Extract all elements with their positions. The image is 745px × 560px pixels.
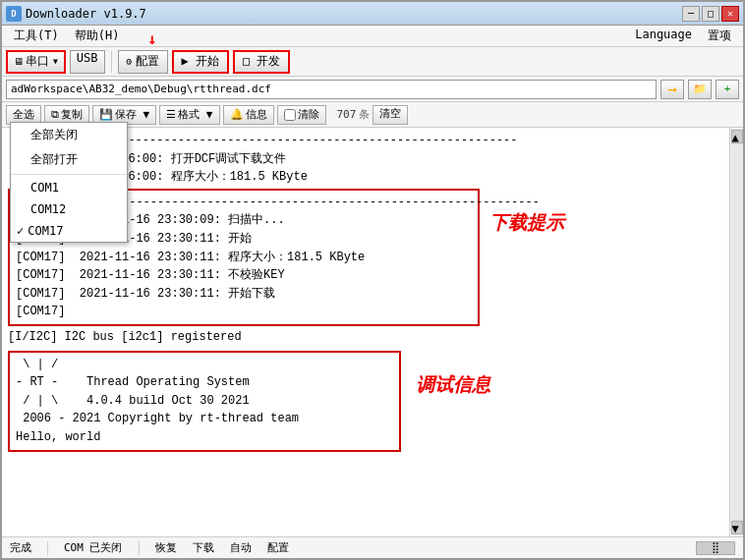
dropdown-close-all[interactable]: 全部关闭 — [11, 123, 127, 147]
check-icon: ✓ — [17, 224, 24, 238]
copy-label: 复制 — [61, 107, 83, 122]
info-icon: 🔔 — [230, 108, 244, 121]
dropdown-com12[interactable]: COM12 — [11, 198, 127, 220]
title-bar: D Downloader v1.9.7 ─ □ ✕ — [2, 2, 743, 26]
scroll-track — [731, 143, 743, 521]
dev-button[interactable]: □ 开发 — [233, 50, 290, 74]
menu-bar: 工具(T) 帮助(H) Language 置项 — [2, 26, 743, 47]
i2c-line: [I/I2C] I2C bus [i2c1] registered — [8, 328, 723, 347]
recover-label: 恢复 — [155, 540, 177, 555]
dropdown-open-all[interactable]: 全部打开 — [11, 147, 127, 172]
info-button[interactable]: 🔔 信息 — [223, 105, 274, 125]
clear-all-button[interactable]: 清空 — [372, 105, 408, 125]
config-status: 配置 — [267, 540, 289, 555]
maximize-button[interactable]: □ — [702, 6, 719, 22]
language-button[interactable]: Language — [635, 28, 692, 44]
config-button[interactable]: ⚙ 配置 — [118, 50, 168, 74]
com17-begin-dl: [COM17] 2021-11-16 23:30:11: 开始下载 — [16, 285, 472, 304]
tools-menu[interactable]: 工具(T) — [6, 26, 67, 46]
toolbar: ↓ 🖥 串口 ▼ USB ⚙ 配置 ▶ 开始 □ 开发 全部关闭 全部打开 CO… — [2, 47, 743, 77]
info-label: 信息 — [246, 107, 267, 122]
menu-right: Language 置项 — [635, 28, 739, 44]
help-menu[interactable]: 帮助(H) — [67, 26, 128, 46]
usb-button[interactable]: USB — [70, 50, 105, 74]
rt-line1: \ | / — [16, 356, 393, 374]
debug-annotation: 调试信息 — [416, 370, 490, 399]
dev-label: □ 开发 — [243, 53, 280, 70]
scroll-up-button[interactable]: ▲ — [731, 130, 743, 143]
save-icon: 💾 — [99, 108, 113, 121]
com17-label: COM17 — [28, 224, 63, 238]
port-dropdown: 全部关闭 全部打开 COM1 COM12 ✓ COM17 — [10, 122, 128, 243]
address-go-button[interactable]: → — [660, 80, 684, 99]
status-bar: 完成 COM 已关闭 恢复 下载 自动 配置 ⣿ — [2, 536, 743, 558]
dropdown-com1[interactable]: COM1 — [11, 177, 127, 198]
address-browse-button[interactable]: 📁 — [688, 80, 712, 99]
rt-line2: - RT - Thread Operating System — [16, 373, 393, 392]
clear-button[interactable]: 清除 — [277, 105, 326, 125]
start-label: ▶ 开始 — [182, 53, 219, 70]
address-input[interactable] — [6, 80, 657, 99]
window-title: Downloader v1.9.7 — [26, 7, 682, 21]
toolbar-separator-1 — [111, 51, 112, 73]
scroll-down-button[interactable]: ▼ — [731, 521, 743, 534]
count-suffix: 条 — [359, 107, 370, 122]
format-button[interactable]: ☰ 格式 ▼ — [159, 105, 219, 125]
com17-footer: [COM17] — [16, 303, 472, 321]
window-controls: ─ □ ✕ — [682, 6, 739, 22]
address-refresh-button[interactable]: + — [716, 80, 739, 99]
minimize-button[interactable]: ─ — [682, 6, 700, 22]
status-divider-1 — [47, 541, 48, 555]
rt-line3: / | \ 4.0.4 build Oct 30 2021 — [16, 392, 393, 411]
mode-status: 自动 — [230, 540, 252, 555]
status-complete: 完成 — [10, 540, 31, 555]
status-divider-2 — [139, 541, 140, 555]
dropdown-divider — [11, 174, 127, 175]
config-label: 配置 — [136, 53, 159, 70]
debug-section: \ | / - RT - Thread Operating System / |… — [8, 351, 723, 452]
arrow-annotation: ↓ — [147, 29, 157, 48]
clear-label: 清除 — [298, 107, 319, 122]
settings-button[interactable]: 置项 — [708, 28, 731, 44]
main-window: D Downloader v1.9.7 ─ □ ✕ 工具(T) 帮助(H) La… — [0, 0, 745, 560]
rt-line4: 2006 - 2021 Copyright by rt-thread team — [16, 410, 393, 428]
com-status: COM 已关闭 — [64, 540, 123, 555]
clear-checkbox[interactable] — [284, 109, 296, 121]
format-icon: ☰ — [166, 108, 176, 121]
close-button[interactable]: ✕ — [721, 6, 739, 22]
log-count: 707 — [337, 108, 357, 121]
save-label: 保存 ▼ — [115, 107, 149, 122]
dropdown-com17[interactable]: ✓ COM17 — [11, 220, 127, 242]
address-bar: → 📁 + — [2, 77, 743, 102]
com17-no-key: [COM17] 2021-11-16 23:30:11: 不校验KEY — [16, 266, 472, 285]
format-label: 格式 ▼ — [178, 107, 212, 122]
scrollbar[interactable]: ▲ ▼ — [729, 128, 743, 536]
download-annotation: 下载提示 — [489, 208, 564, 237]
download-status: 下载 — [193, 540, 214, 555]
rt-hello: Hello, world — [16, 428, 393, 447]
app-icon: D — [6, 6, 22, 22]
port-button[interactable]: 🖥 串口 ▼ — [6, 50, 66, 74]
port-label: 串口 — [26, 53, 49, 70]
debug-box: \ | / - RT - Thread Operating System / |… — [8, 351, 401, 452]
start-button[interactable]: ▶ 开始 — [172, 50, 229, 74]
com17-size: [COM17] 2021-11-16 23:30:11: 程序大小：181.5 … — [16, 249, 472, 267]
port-dropdown-arrow: ▼ — [53, 57, 58, 66]
resize-handle[interactable]: ⣿ — [696, 541, 735, 555]
copy-icon: ⧉ — [51, 108, 59, 121]
